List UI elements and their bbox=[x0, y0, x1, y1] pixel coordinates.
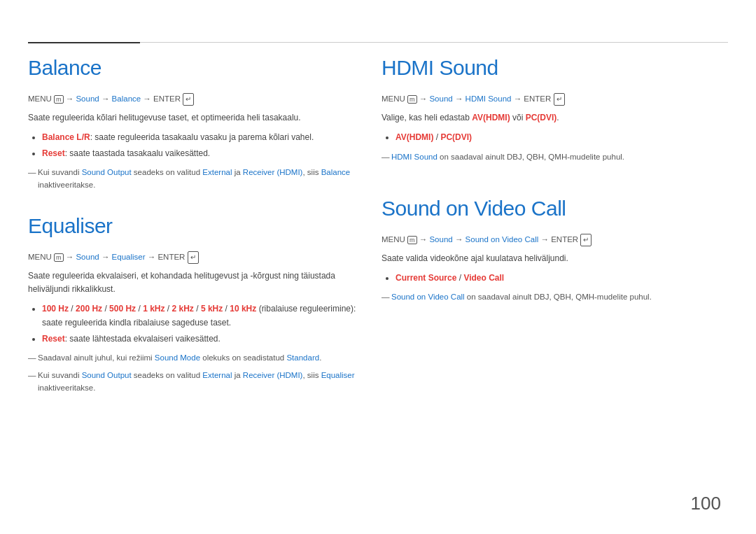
eq-menu-icon: m bbox=[54, 253, 64, 262]
balance-bullet-1: Balance L/R: saate reguleerida tasakaalu… bbox=[42, 130, 371, 144]
hdmi-bullet-1: AV(HDMI) / PC(DVI) bbox=[396, 130, 724, 144]
balance-link: Balance bbox=[112, 94, 141, 103]
balance-section: Balance MENU m → Sound → Balance → ENTER… bbox=[28, 56, 371, 192]
balance-enter-icon: ↵ bbox=[183, 93, 194, 106]
eq-note-external: External bbox=[202, 371, 232, 379]
equaliser-body: Saate reguleerida ekvalaiseri, et kohand… bbox=[28, 269, 371, 296]
balance-bullet-2: Reset: saate taastada tasakaalu vaikesät… bbox=[42, 146, 371, 160]
sovc-menu-icon: m bbox=[407, 236, 417, 244]
eq-200hz: 200 Hz bbox=[76, 304, 102, 314]
eq-100hz: 100 Hz bbox=[42, 304, 69, 314]
eq-5khz: 5 kHz bbox=[201, 304, 223, 314]
balance-reset-label: Reset bbox=[42, 148, 65, 158]
sovc-body: Saate valida videokõne ajal kuulatava he… bbox=[382, 252, 724, 265]
equaliser-bullets: 100 Hz / 200 Hz / 500 Hz / 1 kHz / 2 kHz… bbox=[28, 302, 371, 346]
eq-note-sound-mode: Sound Mode bbox=[155, 353, 200, 362]
hdmi-pc-label: PC(DVI) bbox=[526, 113, 557, 122]
balance-menu-path: MENU m → Sound → Balance → ENTER ↵ bbox=[28, 92, 371, 106]
sound-on-video-call-section: Sound on Video Call MENU m → Sound → Sou… bbox=[382, 197, 724, 304]
hdmi-sound-link: Sound bbox=[429, 94, 452, 103]
top-accent-line bbox=[28, 42, 140, 43]
balance-note-balance: Balance bbox=[321, 168, 351, 176]
hdmi-enter-icon: ↵ bbox=[554, 93, 565, 106]
left-column: Balance MENU m → Sound → Balance → ENTER… bbox=[28, 56, 371, 416]
eq-enter-icon: ↵ bbox=[188, 251, 199, 264]
eq-10khz: 10 kHz bbox=[230, 304, 256, 314]
equaliser-section: Equaliser MENU m → Sound → Equaliser → E… bbox=[28, 214, 371, 395]
sovc-note-label: Sound on Video Call bbox=[391, 293, 465, 301]
balance-bullets: Balance L/R: saate reguleerida tasakaalu… bbox=[28, 130, 371, 160]
eq-note-equaliser: Equaliser bbox=[321, 371, 355, 379]
balance-note-sound-output: Sound Output bbox=[82, 168, 132, 176]
eq-note-sound-output: Sound Output bbox=[82, 371, 132, 379]
sovc-bullets: Current Source / Video Call bbox=[382, 271, 724, 285]
sovc-bullet-1: Current Source / Video Call bbox=[396, 271, 724, 285]
sovc-current-source: Current Source bbox=[396, 273, 456, 283]
equaliser-title: Equaliser bbox=[28, 214, 371, 238]
page-number: 100 bbox=[691, 493, 721, 514]
sovc-link: Sound on Video Call bbox=[465, 235, 539, 244]
hdmi-sound-title: HDMI Sound bbox=[382, 56, 724, 80]
balance-note-1: Kui suvandi Sound Output seadeks on vali… bbox=[28, 166, 371, 192]
eq-note-standard: Standard bbox=[286, 353, 319, 362]
eq-500hz: 500 Hz bbox=[109, 304, 136, 314]
equaliser-menu-path: MENU m → Sound → Equaliser → ENTER ↵ bbox=[28, 251, 371, 264]
balance-note-external: External bbox=[202, 168, 232, 176]
hdmi-pc-bullet: PC(DVI) bbox=[440, 132, 472, 142]
balance-lr-label: Balance L/R bbox=[42, 132, 90, 142]
sovc-menu-path: MENU m → Sound → Sound on Video Call → E… bbox=[382, 233, 724, 246]
hdmi-link: HDMI Sound bbox=[465, 94, 512, 103]
balance-note-receiver: Receiver (HDMI) bbox=[243, 168, 303, 176]
hdmi-menu-icon: m bbox=[407, 95, 417, 104]
hdmi-av-label: AV(HDMI) bbox=[472, 113, 510, 122]
hdmi-note-1: HDMI Sound on saadaval ainult DBJ, QBH, … bbox=[382, 150, 724, 163]
sovc-note-1: Sound on Video Call on saadaval ainult D… bbox=[382, 290, 724, 303]
sound-on-video-call-title: Sound on Video Call bbox=[382, 197, 724, 220]
hdmi-note-label: HDMI Sound bbox=[391, 153, 438, 161]
equaliser-bullet-2: Reset: saate lähtestada ekvalaiseri vaik… bbox=[42, 332, 371, 346]
eq-1khz: 1 kHz bbox=[143, 304, 164, 314]
eq-2khz: 2 kHz bbox=[172, 304, 194, 314]
equaliser-note-2: Kui suvandi Sound Output seadeks on vali… bbox=[28, 369, 371, 395]
hdmi-menu-path: MENU m → Sound → HDMI Sound → ENTER ↵ bbox=[382, 92, 724, 106]
equaliser-note-1: Saadaval ainult juhul, kui režiimi Sound… bbox=[28, 351, 371, 364]
eq-note-receiver: Receiver (HDMI) bbox=[243, 371, 303, 379]
sovc-enter-icon: ↵ bbox=[580, 234, 592, 246]
menu-icon: m bbox=[54, 95, 64, 104]
hdmi-bullets: AV(HDMI) / PC(DVI) bbox=[382, 130, 724, 144]
balance-title: Balance bbox=[28, 56, 371, 80]
hdmi-sound-section: HDMI Sound MENU m → Sound → HDMI Sound →… bbox=[382, 56, 724, 163]
sovc-sound-link: Sound bbox=[429, 235, 452, 244]
sovc-video-call: Video Call bbox=[463, 273, 504, 283]
hdmi-av-bullet: AV(HDMI) bbox=[396, 132, 433, 142]
eq-reset-label: Reset bbox=[42, 334, 65, 344]
eq-sound-link: Sound bbox=[76, 253, 99, 261]
right-column: HDMI Sound MENU m → Sound → HDMI Sound →… bbox=[382, 56, 724, 326]
balance-sound-link: Sound bbox=[76, 94, 99, 103]
eq-link: Equaliser bbox=[112, 253, 146, 261]
hdmi-body: Valige, kas heli edastab AV(HDMI) või PC… bbox=[382, 111, 724, 125]
equaliser-bullet-1: 100 Hz / 200 Hz / 500 Hz / 1 kHz / 2 kHz… bbox=[42, 302, 371, 330]
balance-body: Saate reguleerida kõlari helitugevuse ta… bbox=[28, 111, 371, 125]
